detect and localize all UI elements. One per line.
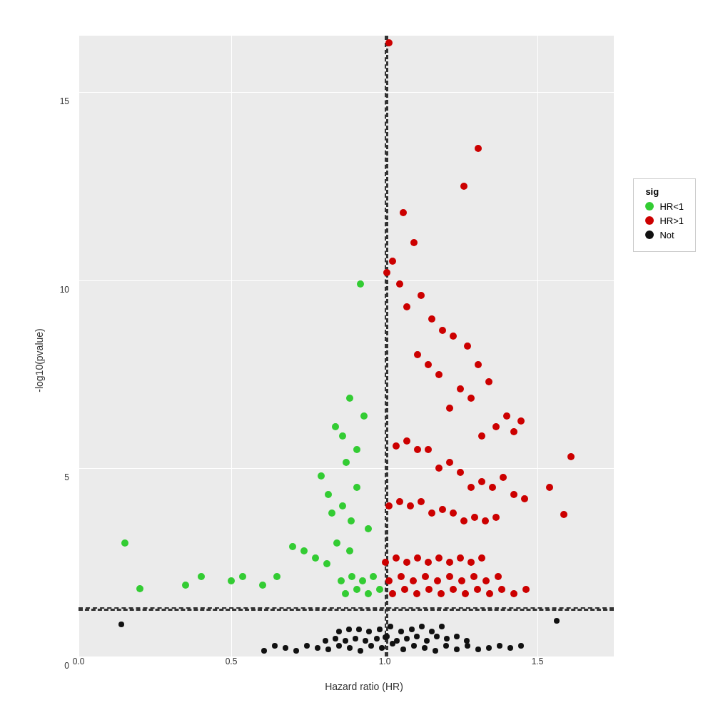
dot	[458, 577, 465, 584]
dot	[434, 634, 440, 639]
dot	[460, 517, 467, 524]
x-tick-label-10: 1.0	[379, 656, 391, 666]
dot	[359, 577, 366, 584]
grid-h-10	[79, 280, 614, 281]
dot	[259, 582, 266, 589]
dot	[464, 638, 470, 644]
dot	[522, 586, 530, 593]
dot	[454, 634, 460, 639]
dot	[339, 432, 346, 440]
dot	[393, 554, 400, 562]
dot	[374, 636, 380, 642]
dot	[465, 643, 470, 649]
dot	[304, 643, 310, 649]
dot	[439, 327, 446, 334]
dot	[398, 629, 404, 634]
dot	[457, 554, 464, 562]
dot	[396, 280, 403, 288]
dot	[403, 559, 410, 566]
legend-item-not: Not	[645, 230, 684, 240]
dot	[333, 539, 340, 547]
dot	[517, 417, 525, 425]
dot	[389, 258, 396, 265]
dashed-line-sig	[79, 607, 614, 611]
dot	[346, 395, 353, 402]
legend-item-hr-greater1: HR>1	[645, 216, 684, 226]
dot	[518, 643, 524, 649]
y-tick-label-10: 10	[60, 285, 69, 295]
dot	[339, 502, 346, 509]
dot	[492, 514, 500, 521]
dot	[467, 559, 475, 566]
dot	[546, 484, 553, 491]
legend-label-hr-greater1: HR>1	[659, 216, 684, 226]
dot	[333, 636, 338, 642]
dot	[425, 361, 432, 368]
dot	[446, 559, 453, 566]
legend-dot-hr-greater1	[645, 216, 654, 225]
dot	[382, 559, 389, 566]
dot	[272, 643, 278, 649]
dot	[409, 627, 415, 632]
dot	[497, 643, 502, 649]
dot	[457, 469, 464, 476]
grid-v-05	[231, 36, 232, 656]
dot	[346, 547, 353, 554]
dot	[400, 209, 407, 216]
dot	[418, 292, 425, 299]
dot	[300, 547, 308, 554]
dot	[567, 453, 575, 460]
dot	[348, 517, 355, 524]
dot	[370, 573, 377, 580]
dot	[318, 472, 325, 480]
x-tick-label-05: 0.5	[226, 656, 238, 666]
dot	[450, 333, 457, 340]
dot	[393, 442, 400, 450]
dot	[418, 498, 425, 505]
dot	[315, 645, 320, 651]
dot	[198, 573, 205, 580]
dot	[239, 573, 246, 580]
dot	[446, 459, 453, 466]
dot	[358, 648, 363, 654]
dot	[428, 315, 435, 323]
dot	[478, 554, 485, 562]
dot	[379, 645, 385, 651]
dot	[433, 648, 438, 654]
dot	[261, 648, 267, 654]
dot	[353, 446, 360, 453]
dot	[332, 423, 339, 430]
dot	[312, 554, 319, 562]
dot	[414, 446, 421, 453]
dot	[385, 577, 393, 584]
dot	[450, 586, 457, 593]
dot	[439, 506, 446, 513]
dot	[413, 590, 420, 597]
dot	[443, 643, 449, 649]
dot	[388, 624, 393, 629]
dot	[475, 145, 482, 152]
dot	[376, 586, 383, 593]
legend-label-not: Not	[659, 230, 674, 240]
dot	[336, 643, 342, 649]
dot	[425, 586, 433, 593]
dot	[414, 554, 421, 562]
dot	[353, 586, 360, 593]
chart-wrapper: -log10(pvalue) Hazard ratio (HR)	[29, 21, 699, 699]
dot	[503, 412, 510, 420]
dot	[363, 638, 368, 644]
dot	[482, 577, 490, 584]
grid-v-00	[79, 36, 79, 656]
dot	[338, 577, 345, 584]
dot	[498, 586, 505, 593]
legend-dot-hr-less1	[645, 202, 654, 211]
dot	[454, 647, 460, 652]
dot	[283, 645, 288, 651]
dot	[389, 590, 396, 597]
dot	[510, 428, 517, 435]
dot	[446, 405, 453, 412]
legend-dot-not	[645, 230, 654, 239]
dot	[398, 573, 405, 580]
dot	[343, 638, 348, 644]
dot	[347, 645, 353, 651]
